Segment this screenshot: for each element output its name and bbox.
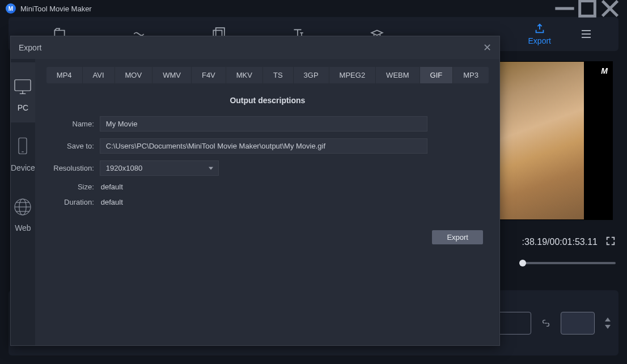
label-name: Name: — [46, 120, 100, 128]
input-save-to[interactable] — [100, 138, 427, 154]
format-tabs: MP4 AVI MOV WMV F4V MKV TS 3GP MPEG2 WEB… — [46, 67, 489, 83]
export-icon — [533, 23, 546, 35]
dialog-title: Export — [19, 43, 483, 52]
svg-rect-1 — [580, 1, 595, 16]
scroll-up-button[interactable] — [605, 318, 611, 321]
format-tab-f4v[interactable]: F4V — [192, 67, 226, 83]
globe-icon — [11, 195, 35, 219]
timeline-clip-b[interactable] — [561, 312, 595, 335]
format-tab-avi[interactable]: AVI — [83, 67, 115, 83]
label-duration: Duration: — [46, 198, 100, 206]
menu-button[interactable] — [565, 27, 607, 41]
fullscreen-button[interactable] — [605, 236, 616, 248]
sidebar-tab-web[interactable]: Web — [11, 183, 35, 243]
zoom-slider-row — [491, 262, 616, 264]
sidebar-tab-pc-label: PC — [18, 103, 28, 112]
format-tab-gif[interactable]: GIF — [420, 67, 454, 83]
svg-rect-9 — [15, 80, 31, 91]
export-toolbar-button[interactable]: Export — [514, 23, 565, 45]
format-tab-mov[interactable]: MOV — [115, 67, 153, 83]
device-icon — [11, 135, 35, 159]
sidebar-tab-pc[interactable]: PC — [11, 62, 35, 122]
preview-thumbnail[interactable]: M — [491, 61, 613, 220]
preview-panel: M :38.19/00:01:53.11 — [491, 61, 616, 264]
zoom-slider-thumb[interactable] — [519, 260, 526, 266]
format-tab-webm[interactable]: WEBM — [376, 67, 420, 83]
export-toolbar-label: Export — [528, 36, 551, 45]
export-sidebar: PC Device Web — [11, 59, 35, 345]
zoom-slider[interactable] — [519, 262, 616, 264]
format-tab-mp3[interactable]: MP3 — [453, 67, 489, 83]
app-title: MiniTool Movie Maker — [20, 5, 553, 13]
dialog-main: MP4 AVI MOV WMV F4V MKV TS 3GP MPEG2 WEB… — [35, 59, 500, 345]
close-window-button[interactable] — [599, 0, 621, 17]
select-resolution[interactable]: 1920x1080 — [100, 160, 219, 176]
sidebar-tab-device-label: Device — [11, 163, 35, 172]
format-tab-mp4[interactable]: MP4 — [46, 67, 83, 83]
label-resolution: Resolustion: — [46, 164, 100, 172]
timeline-scroll — [605, 318, 611, 329]
format-tab-wmv[interactable]: WMV — [152, 67, 192, 83]
maximize-button[interactable] — [576, 0, 599, 17]
input-name[interactable] — [100, 116, 427, 132]
label-save-to: Save to: — [46, 142, 100, 150]
export-button[interactable]: Export — [432, 230, 483, 244]
svg-rect-12 — [19, 138, 27, 154]
format-tab-mpeg2[interactable]: MPEG2 — [329, 67, 376, 83]
timecode-text: :38.19/00:01:53.11 — [522, 237, 598, 247]
sidebar-tab-web-label: Web — [15, 223, 31, 232]
value-duration: default — [100, 198, 123, 206]
timecode-row: :38.19/00:01:53.11 — [491, 236, 616, 248]
format-tab-mkv[interactable]: MKV — [226, 67, 263, 83]
app-logo-icon: M — [6, 3, 16, 14]
label-size: Size: — [46, 183, 100, 191]
hamburger-icon — [579, 27, 593, 41]
minimize-button[interactable] — [553, 0, 576, 17]
dialog-close-button[interactable]: ✕ — [483, 41, 492, 54]
format-tab-ts[interactable]: TS — [263, 67, 294, 83]
fullscreen-icon — [605, 236, 616, 246]
title-bar: M MiniTool Movie Maker — [0, 0, 627, 17]
scroll-down-button[interactable] — [605, 325, 611, 329]
format-tab-3gp[interactable]: 3GP — [294, 67, 329, 83]
watermark-icon: M — [601, 66, 608, 75]
timeline-clip-a[interactable] — [497, 312, 531, 335]
value-size: default — [100, 183, 123, 191]
export-dialog: Export ✕ PC Device Web MP4 AVI MOV WMV — [10, 36, 500, 346]
monitor-icon — [11, 75, 35, 99]
link-icon[interactable] — [538, 315, 554, 331]
dialog-header: Export ✕ — [11, 36, 499, 59]
sidebar-tab-device[interactable]: Device — [11, 122, 35, 183]
section-title: Output descriptions — [46, 96, 489, 105]
